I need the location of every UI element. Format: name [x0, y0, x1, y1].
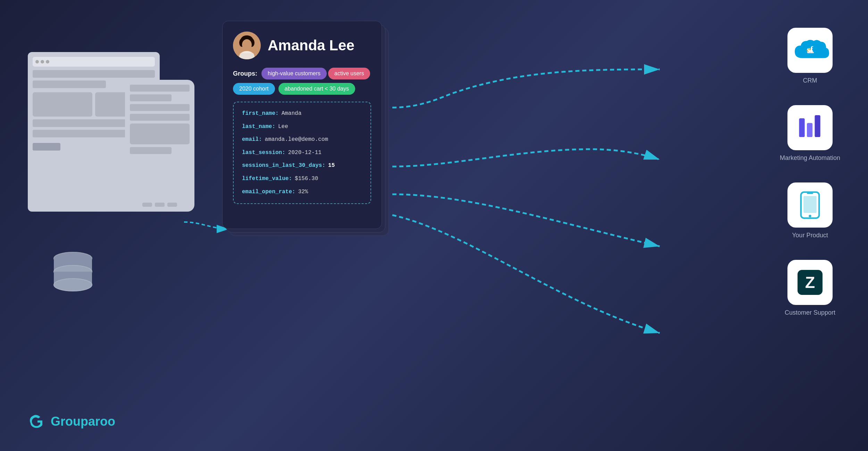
destination-product: Your Product — [780, 182, 840, 239]
phone-bar — [130, 104, 190, 111]
destination-marketing-label: Marketing Automation — [780, 154, 840, 162]
groups-section: Groups: high-value customers active user… — [233, 68, 371, 95]
data-key-lastname: last_name: — [242, 122, 275, 131]
svg-rect-18 — [803, 196, 817, 213]
data-row-email-open: email_open_rate: 32% — [242, 188, 362, 197]
svg-point-19 — [809, 215, 811, 218]
svg-rect-20 — [807, 193, 813, 194]
data-key-email-open: email_open_rate: — [242, 188, 295, 197]
phone-mockup — [125, 80, 194, 212]
phone-nav — [130, 200, 190, 207]
database-icon — [49, 246, 97, 295]
data-row-sessions: sessions_in_last_30_days: 15 — [242, 161, 362, 170]
zendesk-icon-container: Z — [787, 260, 833, 305]
avatar — [233, 32, 261, 59]
data-val-email: amanda.lee@demo.com — [265, 135, 328, 144]
destination-product-label: Your Product — [792, 232, 828, 239]
data-val-last-session: 2020-12-11 — [288, 148, 322, 158]
destinations-section: ⛅ sf CRM Marketing Automation — [780, 28, 840, 316]
svg-text:sf: sf — [807, 45, 813, 54]
browser-bar — [33, 57, 155, 67]
phone-bar — [130, 147, 172, 154]
phone-block — [130, 124, 190, 144]
svg-point-9 — [242, 39, 252, 50]
profile-card: Amanda Lee Groups: high-value customers … — [222, 21, 382, 229]
data-row-ltv: lifetime_value: $156.30 — [242, 175, 362, 184]
data-key-ltv: lifetime_value: — [242, 175, 292, 184]
destination-support-label: Customer Support — [785, 309, 835, 316]
grouparoo-logo-icon — [28, 413, 45, 430]
group-tag-high-value[interactable]: high-value customers — [261, 68, 327, 79]
marketing-icon-container — [787, 105, 833, 150]
browser-card — [33, 92, 92, 117]
data-val-lastname: Lee — [278, 122, 288, 131]
logo-text: Grouparoo — [51, 414, 115, 429]
data-source-section — [28, 52, 194, 295]
data-key-sessions: sessions_in_last_30_days: — [242, 161, 325, 170]
browser-dot-3 — [46, 60, 49, 63]
svg-rect-16 — [815, 115, 820, 137]
groups-row-2: 2020 cohort abandoned cart < 30 days — [233, 83, 371, 95]
browser-row — [33, 80, 106, 88]
svg-text:Z: Z — [805, 273, 815, 291]
data-key-firstname: first_name: — [242, 109, 279, 118]
browser-row — [33, 70, 155, 78]
browser-button-placeholder — [33, 143, 60, 151]
browser-dot-1 — [35, 60, 39, 63]
profile-name: Amanda Lee — [268, 37, 354, 54]
browser-dot-2 — [41, 60, 44, 63]
profile-header: Amanda Lee — [233, 32, 371, 59]
profile-card-stack: Amanda Lee Groups: high-value customers … — [222, 21, 389, 243]
data-box: first_name: Amanda last_name: Lee email:… — [233, 102, 371, 204]
group-tag-abandoned-cart[interactable]: abandoned cart < 30 days — [278, 83, 355, 95]
salesforce-icon-container: ⛅ sf — [787, 28, 833, 73]
group-tag-active-users[interactable]: active users — [328, 68, 370, 79]
svg-rect-11 — [240, 53, 254, 59]
destination-marketing: Marketing Automation — [780, 105, 840, 162]
data-row-firstname: first_name: Amanda — [242, 109, 362, 118]
data-key-last-session: last_session: — [242, 148, 285, 158]
phone-nav-dot — [155, 203, 165, 207]
data-row-email: email: amanda.lee@demo.com — [242, 135, 362, 144]
svg-rect-15 — [807, 123, 812, 137]
phone-nav-dot — [142, 203, 152, 207]
data-key-email: email: — [242, 135, 262, 144]
data-val-firstname: Amanda — [282, 109, 302, 118]
data-val-sessions: 15 — [328, 161, 335, 170]
data-val-email-open: 32% — [298, 188, 308, 197]
groups-label: Groups: — [233, 70, 257, 77]
data-row-lastname: last_name: Lee — [242, 122, 362, 131]
destination-support: Z Customer Support — [780, 260, 840, 316]
data-val-ltv: $156.30 — [295, 175, 318, 184]
phone-bar — [130, 85, 190, 92]
data-row-last-session: last_session: 2020-12-11 — [242, 148, 362, 158]
phone-bar — [130, 94, 172, 101]
svg-rect-14 — [799, 118, 804, 137]
product-icon-container — [787, 182, 833, 228]
svg-point-4 — [54, 279, 92, 291]
logo: Grouparoo — [28, 413, 115, 430]
destination-crm-label: CRM — [803, 77, 817, 84]
phone-nav-dot — [167, 203, 177, 207]
phone-bar — [130, 114, 190, 121]
group-tag-2020-cohort[interactable]: 2020 cohort — [233, 83, 275, 95]
browser-row — [33, 119, 131, 127]
destination-crm: ⛅ sf CRM — [780, 28, 840, 84]
